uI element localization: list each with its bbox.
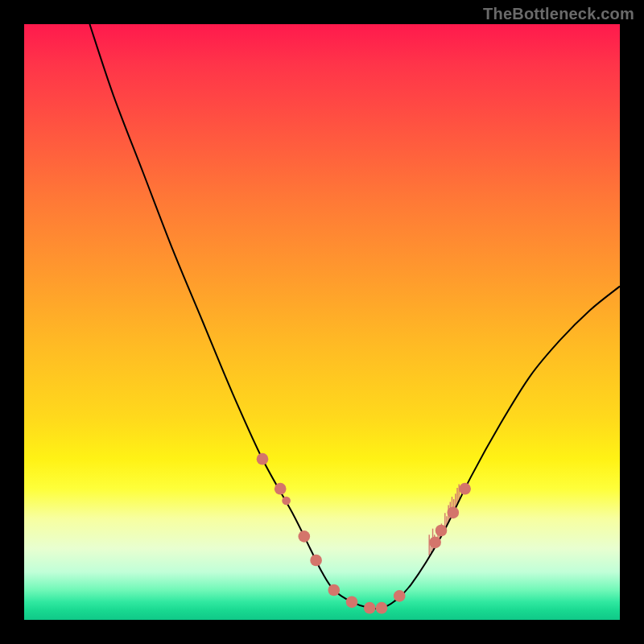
plot-area xyxy=(24,24,620,620)
curve-layer xyxy=(24,24,620,620)
highlight-left-e xyxy=(310,555,322,567)
marker-group xyxy=(257,453,471,614)
highlight-left-d xyxy=(298,530,310,543)
highlight-bottom-d xyxy=(376,602,388,614)
highlight-right-a xyxy=(429,536,441,548)
highlight-left-a xyxy=(257,453,269,465)
highlight-bottom-c xyxy=(364,602,376,614)
highlight-left-c xyxy=(282,497,291,506)
highlight-right-c xyxy=(447,506,459,518)
highlight-bottom-b xyxy=(346,596,358,608)
chart-frame: TheBottleneck.com xyxy=(0,0,644,644)
highlight-bottom-a xyxy=(328,584,340,597)
highlight-right-d xyxy=(459,483,471,495)
highlight-bottom-e xyxy=(394,590,406,602)
bottleneck-curve xyxy=(89,24,620,609)
highlight-left-b xyxy=(275,483,287,495)
watermark-text: TheBottleneck.com xyxy=(483,5,634,23)
highlight-right-b xyxy=(436,525,448,537)
